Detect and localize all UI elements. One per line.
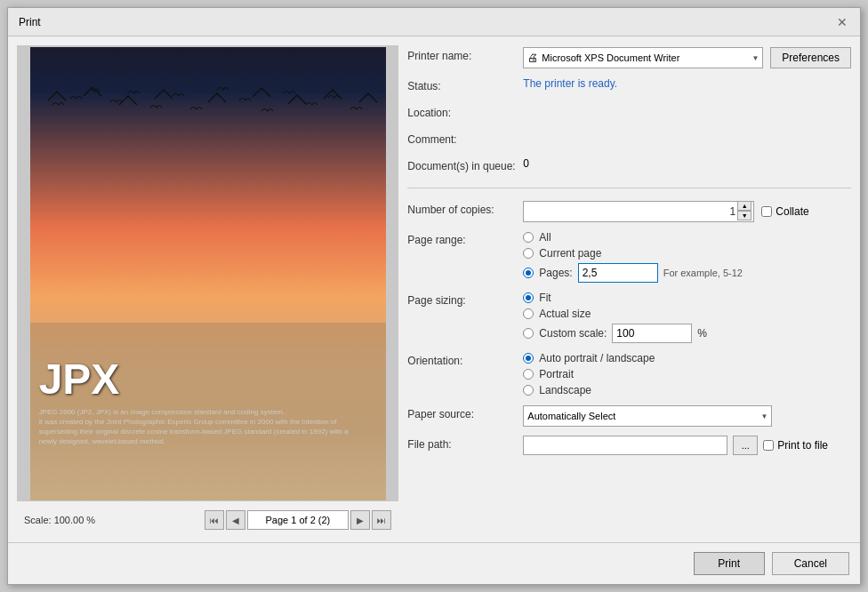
status-value: The printer is ready.	[523, 77, 617, 90]
copies-increment[interactable]: ▲	[737, 201, 751, 211]
landscape-label: Landscape	[539, 384, 591, 396]
location-label: Location:	[407, 104, 523, 119]
cancel-button[interactable]: Cancel	[772, 552, 849, 575]
orientation-label: Orientation:	[407, 352, 523, 367]
copies-input[interactable]: 1 ▲ ▼	[523, 201, 754, 222]
pages-label: Pages:	[539, 267, 572, 279]
jpx-title: JPX	[39, 355, 377, 404]
current-page-radio[interactable]	[523, 248, 534, 259]
jpx-description: JPEG 2000 (JP2, JPX) is an image compres…	[39, 407, 377, 447]
custom-scale-label: Custom scale:	[539, 327, 607, 340]
preview-text-area: JPX JPEG 2000 (JP2, JPX) is an image com…	[39, 355, 377, 447]
print-button[interactable]: Print	[694, 552, 765, 575]
printer-select[interactable]: 🖨 Microsoft XPS Document Writer ▼	[523, 47, 763, 68]
percent-label: %	[697, 327, 707, 340]
all-pages-radio[interactable]	[523, 232, 534, 243]
copies-spin-buttons: ▲ ▼	[737, 201, 751, 222]
orientation-row: Orientation: Auto portrait / landscape P…	[407, 350, 851, 398]
preview-panel: JPX JPEG 2000 (JP2, JPX) is an image com…	[17, 45, 398, 533]
printer-dropdown-arrow: ▼	[751, 54, 759, 62]
portrait-label: Portrait	[539, 368, 574, 380]
nav-bar: Scale: 100.00 % ⏮ ◀ Page 1 of 2 (2) ▶ ⏭	[17, 507, 398, 533]
queue-row: Document(s) in queue: 0	[407, 156, 851, 177]
status-label: Status:	[407, 77, 523, 92]
scale-input[interactable]	[612, 324, 692, 343]
page-range-row: Page range: All Current page	[407, 229, 851, 284]
paper-source-label: Paper source:	[407, 405, 523, 420]
actual-size-radio[interactable]	[523, 308, 534, 319]
queue-label: Document(s) in queue:	[407, 157, 523, 172]
pages-input[interactable]	[578, 263, 658, 283]
auto-orientation-row: Auto portrait / landscape	[523, 352, 655, 364]
printer-name-content: 🖨 Microsoft XPS Document Writer ▼ Prefer…	[523, 47, 851, 68]
paper-source-value: Automatically Select	[527, 411, 615, 421]
paper-source-select[interactable]: Automatically Select ▼	[523, 405, 772, 427]
page-indicator: Page 1 of 2 (2)	[247, 510, 350, 530]
custom-scale-radio[interactable]	[523, 328, 534, 339]
printer-name-row: Printer name: 🖨 Microsoft XPS Document W…	[407, 45, 851, 70]
copies-value: 1	[524, 205, 737, 218]
preview-image: JPX JPEG 2000 (JP2, JPX) is an image com…	[30, 47, 386, 500]
queue-content: 0	[523, 157, 851, 170]
portrait-radio[interactable]	[523, 369, 534, 380]
preferences-button[interactable]: Preferences	[770, 47, 851, 68]
print-to-file-label: Print to file	[777, 439, 828, 452]
paper-source-row: Paper source: Automatically Select ▼	[407, 404, 851, 428]
prev-page-button[interactable]: ◀	[226, 510, 245, 530]
birds-illustration	[39, 74, 377, 163]
copies-row: Number of copies: 1 ▲ ▼	[407, 199, 851, 224]
status-row: Status: The printer is ready.	[407, 76, 851, 97]
dialog-title: Print	[19, 16, 41, 28]
close-button[interactable]: ✕	[835, 15, 849, 29]
title-bar: Print ✕	[8, 8, 860, 36]
status-content: The printer is ready.	[523, 77, 851, 90]
pages-row: Pages: For example, 5-12	[523, 263, 743, 283]
current-page-label: Current page	[539, 247, 601, 260]
page-sizing-label: Page sizing:	[407, 292, 523, 307]
printer-name-label: Printer name:	[407, 47, 523, 62]
current-page-row: Current page	[523, 247, 743, 260]
print-dialog: Print ✕	[7, 7, 861, 585]
copies-label: Number of copies:	[407, 201, 523, 216]
pages-radio[interactable]	[523, 268, 534, 278]
comment-row: Comment:	[407, 129, 851, 150]
dialog-footer: Print Cancel	[8, 542, 860, 584]
fit-radio[interactable]	[523, 292, 534, 303]
page-range-label: Page range:	[407, 231, 523, 246]
landscape-row: Landscape	[523, 384, 655, 396]
page-sizing-row: Page sizing: Fit Actual size	[407, 290, 851, 345]
auto-orientation-radio[interactable]	[523, 353, 534, 364]
last-page-button[interactable]: ⏭	[372, 510, 391, 530]
next-page-button[interactable]: ▶	[350, 510, 370, 530]
fit-label: Fit	[539, 292, 551, 304]
comment-label: Comment:	[407, 131, 523, 146]
all-pages-label: All	[539, 231, 551, 244]
all-pages-row: All	[523, 231, 743, 244]
printer-icon: 🖨	[527, 52, 538, 64]
form-section: Printer name: 🖨 Microsoft XPS Document W…	[407, 45, 851, 533]
page-range-radio-group: All Current page Pages: For example, 5-1…	[523, 231, 743, 283]
copies-decrement[interactable]: ▼	[737, 211, 751, 220]
actual-size-row: Actual size	[523, 308, 707, 320]
queue-value: 0	[523, 157, 529, 170]
collate-label: Collate	[776, 205, 808, 218]
separator-1	[407, 188, 851, 188]
preview-area: JPX JPEG 2000 (JP2, JPX) is an image com…	[17, 45, 398, 501]
printer-name-value: Microsoft XPS Document Writer	[542, 52, 679, 63]
collate-checkbox[interactable]	[761, 206, 772, 217]
portrait-row: Portrait	[523, 368, 655, 380]
orientation-radio-group: Auto portrait / landscape Portrait Lands…	[523, 352, 655, 396]
page-sizing-radio-group: Fit Actual size Custom scale: %	[523, 292, 707, 343]
actual-size-label: Actual size	[539, 308, 591, 320]
auto-orientation-label: Auto portrait / landscape	[539, 352, 655, 364]
dialog-body: JPX JPEG 2000 (JP2, JPX) is an image com…	[8, 36, 860, 542]
location-row: Location:	[407, 102, 851, 124]
file-path-input[interactable]	[523, 436, 727, 455]
scale-label: Scale: 100.00 %	[24, 515, 95, 525]
copies-content: 1 ▲ ▼ Collate	[523, 201, 851, 222]
landscape-radio[interactable]	[523, 385, 534, 396]
first-page-button[interactable]: ⏮	[205, 510, 224, 530]
file-path-row: File path: ... Print to file	[407, 434, 851, 457]
print-to-file-checkbox[interactable]	[763, 440, 774, 451]
browse-button[interactable]: ...	[733, 436, 758, 455]
